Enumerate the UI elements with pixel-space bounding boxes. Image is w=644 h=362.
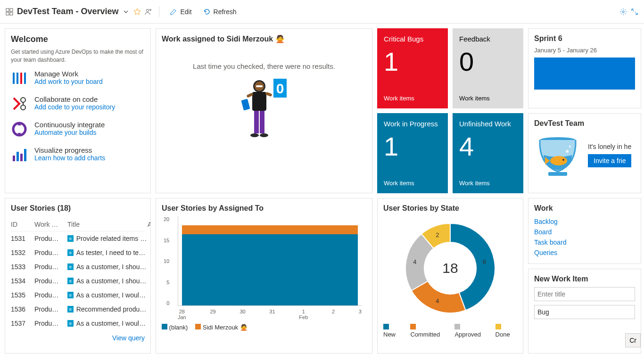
stories-by-state-chart: User Stories by State 18 8442 New Commit… [377,198,523,354]
legend-item[interactable]: (blank) [162,324,188,331]
table-row[interactable]: 1531 Produ… ≡Provide related items or … … [11,231,145,246]
work-item-type-icon: ≡ [67,278,74,284]
table-row[interactable]: 1532 Produ… ≡As tester, I need to test t… [11,246,145,260]
cell-id: 1532 [11,249,34,256]
cell-worktype: Produ… [34,291,67,299]
gear-icon[interactable] [619,8,627,16]
edit-label: Edit [180,8,191,16]
metric-tile[interactable]: Feedback 0 Work items [453,28,523,108]
sprint-dates: January 5 - January 26 [534,47,635,54]
welcome-item-link[interactable]: Automate your builds [34,129,105,136]
invite-friend-button[interactable]: Invite a frie [588,154,631,167]
welcome-widget: Welcome Get started using Azure DevOps t… [5,28,151,193]
tile-footer: Work items [384,180,441,187]
fullscreen-icon[interactable] [631,8,638,16]
legend-item[interactable]: Approved [454,324,487,338]
table-row[interactable]: 1536 Produ… ≡Recommended products… New [11,302,145,316]
team-title: DevTest Team [534,119,635,128]
svg-point-35 [566,150,569,153]
svg-rect-17 [20,154,23,161]
svg-rect-21 [256,85,263,87]
tile-value: 0 [459,46,517,77]
svg-rect-7 [13,73,15,84]
pencil-icon [170,8,177,16]
header-toolbar: DevTest Team - Overview Edit Refresh [0,0,644,24]
welcome-item-link[interactable]: Learn how to add charts [34,154,105,162]
legend-item[interactable]: Done [495,324,517,338]
work-link[interactable]: Queries [534,247,635,258]
legend-item[interactable]: New [383,324,403,338]
table-row[interactable]: 1533 Produ… ≡As a customer, I should … N… [11,260,145,274]
sprint-burndown-bar [534,58,635,90]
svg-rect-3 [10,12,13,15]
svg-point-11 [21,98,25,102]
welcome-item-link[interactable]: Add work to your board [34,78,103,85]
dashboard-grid: Welcome Get started using Azure DevOps t… [0,24,644,362]
table-row[interactable]: 1534 Produ… ≡As a customer, I should … N… [11,274,145,288]
nwi-title: New Work Item [534,275,635,283]
work-link[interactable]: Board [534,227,635,237]
column-header[interactable]: Assig… [148,221,151,228]
welcome-item-title: Continuously integrate [34,121,105,129]
cell-worktype: Produ… [34,305,67,313]
svg-point-36 [569,146,571,148]
svg-point-31 [260,133,268,137]
stories-by-assigned-chart: User Stories by Assigned To 20151050 28J… [156,198,372,354]
work-link[interactable]: Task board [534,237,635,247]
svg-point-30 [250,133,259,137]
svg-point-5 [150,9,151,10]
chart-state-title: User Stories by State [383,204,517,213]
welcome-item: Manage Work Add work to your board [11,70,145,87]
cell-title: ≡As tester, I need to test t… [67,249,148,256]
welcome-item-title: Visualize progress [34,146,105,154]
series-sidi [182,225,358,234]
work-item-type-icon: ≡ [67,306,74,313]
tile-value: 1 [384,131,441,162]
star-icon[interactable] [133,8,141,16]
svg-point-33 [550,156,567,165]
sprint-widget[interactable]: Sprint 6 January 5 - January 26 [528,28,641,108]
edit-button[interactable]: Edit [166,6,195,17]
svg-rect-18 [24,149,26,161]
nwi-type-select[interactable]: Bug [534,305,635,319]
team-icon[interactable] [145,8,152,16]
welcome-item-link[interactable]: Add code to your repository [34,103,115,111]
tile-value: 4 [459,131,517,162]
work-link[interactable]: Backlog [534,216,635,227]
nwi-title-input[interactable] [534,287,635,301]
svg-rect-37 [548,172,567,176]
view-query-link[interactable]: View query [11,334,145,342]
welcome-item-icon [11,95,28,112]
work-item-type-icon: ≡ [67,263,74,270]
table-row[interactable]: 1537 Produ… ≡As a customer, I would li… … [11,316,145,330]
divider [159,6,159,17]
y-axis: 20151050 [164,216,169,306]
cell-worktype: Produ… [34,277,67,285]
metric-tile[interactable]: Critical Bugs 1 Work items [377,28,448,108]
welcome-item: Collaborate on code Add code to your rep… [11,95,145,112]
svg-rect-15 [13,156,15,161]
welcome-item: Continuously integrate Automate your bui… [11,121,145,138]
tile-footer: Work items [384,95,441,102]
metric-tile[interactable]: Work in Progress 1 Work items [377,113,448,193]
metric-tile[interactable]: Unfinished Work 4 Work items [453,113,523,193]
cell-id: 1537 [11,320,34,327]
page-title[interactable]: DevTest Team - Overview [17,7,118,16]
svg-rect-10 [24,73,26,84]
dashboard-icon [6,8,13,16]
column-header[interactable]: Work … [34,221,67,228]
chevron-down-icon[interactable] [122,8,130,16]
refresh-icon [203,8,211,16]
cell-worktype: Produ… [34,235,67,242]
legend-item[interactable]: Sidi Merzouk 🙅 [195,324,247,331]
refresh-button[interactable]: Refresh [199,6,240,17]
column-header[interactable]: ID [11,221,34,228]
welcome-subtitle: Get started using Azure DevOps to make t… [11,48,145,64]
table-row[interactable]: 1535 Produ… ≡As a customer, I would li… … [11,288,145,302]
tile-footer: Work items [459,180,517,187]
donut-slice-label: 8 [483,258,486,265]
create-button[interactable]: Cr [625,333,641,347]
legend-item[interactable]: Committed [410,324,447,338]
svg-point-4 [147,9,149,11]
column-header[interactable]: Title [67,221,148,228]
